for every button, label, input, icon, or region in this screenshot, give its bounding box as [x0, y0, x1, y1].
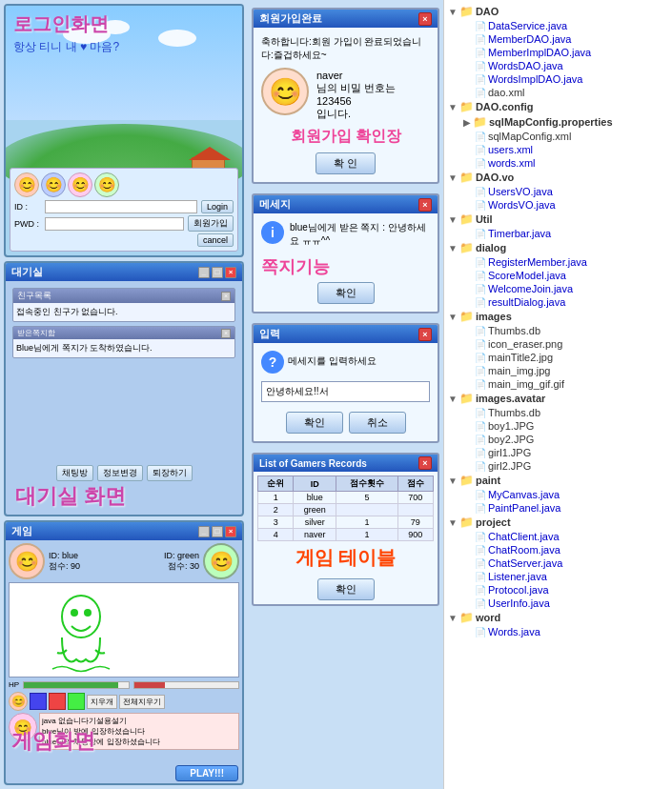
game-canvas[interactable]	[9, 582, 239, 678]
file-item: 📄ChatClient.java	[444, 530, 672, 543]
records-table: 순위 ID 점수횟수 점수 1blue57002green3silver1794…	[257, 475, 434, 541]
folder-item[interactable]: ▼📁images	[444, 309, 672, 324]
file-icon: 📄	[475, 48, 486, 58]
sub-close2[interactable]: ×	[221, 329, 231, 338]
folder-item[interactable]: ▼📁DAO.vo	[444, 170, 672, 185]
folder-arrow-icon[interactable]: ▼	[448, 214, 458, 225]
join-message1: 축하합니다:회원 가입이 완료되었습니다:즐겁하세요~	[261, 35, 430, 62]
g-minimize-btn[interactable]: _	[198, 526, 210, 537]
chat-message: java 없습니다기설용설기	[42, 716, 236, 726]
file-label: PaintPanel.java	[488, 502, 560, 514]
msg-content-area: i blue님에게 받은 쪽지 : 안녕하세요 ㅠㅠ^^ 쪽지기능 확인	[254, 213, 438, 312]
id-input[interactable]	[45, 200, 197, 213]
folder-item[interactable]: ▼📁project	[444, 515, 672, 530]
msg-close-btn[interactable]: ×	[418, 198, 432, 212]
minimize-btn[interactable]: _	[198, 267, 210, 278]
color-btn1[interactable]	[30, 693, 47, 710]
folder-arrow-icon[interactable]: ▼	[448, 394, 458, 404]
records-confirm-btn[interactable]: 확인	[317, 578, 375, 600]
records-title: List of Gamers Records	[259, 458, 367, 469]
file-item: 📄main_img.jpg	[444, 364, 672, 377]
pwd-input[interactable]	[45, 217, 184, 231]
file-icon: 📄	[475, 627, 486, 637]
join-confirm-btn[interactable]: 확 인	[316, 152, 376, 174]
file-item: 📄main_img_gif.gif	[444, 377, 672, 391]
folder-arrow-icon[interactable]: ▼	[448, 172, 458, 183]
login-subtitle: 항상 티니 내 ♥ 마음?	[13, 39, 119, 55]
msg-confirm-btn[interactable]: 확인	[317, 282, 375, 304]
register-button[interactable]: 회원가입	[188, 215, 234, 232]
file-icon: 📄	[475, 271, 486, 281]
g-maximize-btn[interactable]: □	[212, 526, 223, 537]
folder-arrow-icon[interactable]: ▼	[448, 312, 458, 322]
file-label: Timerbar.java	[488, 228, 551, 239]
folder-arrow-icon[interactable]: ▼	[448, 7, 458, 17]
eraser-btn[interactable]: 지우개	[87, 695, 117, 709]
folder-item[interactable]: ▼📁paint	[444, 473, 672, 488]
folder-arrow-icon[interactable]: ▼	[448, 613, 458, 623]
join-close-btn[interactable]: ×	[418, 12, 432, 26]
file-icon: 📄	[475, 490, 486, 500]
folder-icon: 📁	[473, 115, 487, 129]
input-close-btn[interactable]: ×	[418, 328, 432, 341]
folder-icon: 📁	[459, 611, 474, 624]
file-item: 📄Thumbs.db	[444, 324, 672, 337]
user2-avatar: 😊	[203, 543, 239, 579]
g-close-btn[interactable]: ×	[225, 526, 236, 537]
close-btn[interactable]: ×	[225, 267, 236, 278]
chatroom-btn[interactable]: 채팅방	[56, 465, 93, 481]
friends-content: 접속중인 친구가 없습니다.	[13, 303, 234, 321]
file-item: 📄sqlMapConfig.xml	[444, 130, 672, 143]
folder-item[interactable]: ▼📁DAO	[444, 4, 672, 19]
folder-item[interactable]: ▼📁word	[444, 610, 672, 625]
folder-arrow-icon[interactable]: ▼	[448, 517, 458, 528]
login-button[interactable]: Login	[201, 200, 234, 213]
info-btn[interactable]: 정보변경	[97, 465, 143, 481]
folder-item[interactable]: ▼📁dialog	[444, 240, 672, 255]
join-content: 축하합니다:회원 가입이 완료되었습니다:즐겁하세요~ 😊 naver 님의 비…	[254, 28, 438, 182]
file-icon: 📄	[475, 598, 486, 609]
color-btn3[interactable]	[68, 693, 85, 710]
color-btn2[interactable]	[49, 693, 66, 710]
msg-label: 받은쪽지함	[17, 328, 55, 338]
waiting-label: 대기실 화면	[15, 482, 126, 511]
file-icon: 📄	[475, 326, 486, 336]
file-label: boy2.JPG	[488, 434, 534, 445]
exit-btn[interactable]: 퇴장하기	[147, 465, 193, 481]
file-icon: 📄	[475, 353, 486, 363]
maximize-btn[interactable]: □	[212, 267, 223, 278]
file-item: 📄WordsImplDAO.java	[444, 72, 672, 86]
file-label: Thumbs.db	[488, 325, 540, 336]
sub-close[interactable]: ×	[221, 292, 231, 301]
pwd-label: PWD :	[14, 219, 41, 229]
folder-label: images	[476, 311, 512, 322]
input-cancel-btn[interactable]: 취소	[349, 412, 406, 434]
folder-arrow-icon[interactable]: ▶	[463, 117, 471, 128]
folder-label: images.avatar	[476, 393, 545, 404]
file-icon: 📄	[475, 572, 486, 582]
file-icon: 📄	[475, 339, 486, 350]
folder-item[interactable]: ▼📁DAO.config	[444, 99, 672, 114]
folder-item[interactable]: ▶📁sqlMapConfig.properties	[444, 114, 672, 130]
folder-arrow-icon[interactable]: ▼	[448, 475, 458, 486]
right-panel: ▼📁DAO📄DataService.java📄MemberDAO.java📄Me…	[443, 0, 672, 789]
folder-icon: 📁	[459, 100, 474, 113]
user2-id: ID: green	[164, 551, 199, 560]
input-confirm-btn[interactable]: 확인	[286, 412, 343, 434]
clear-btn[interactable]: 전체지우기	[119, 695, 165, 709]
folder-arrow-icon[interactable]: ▼	[448, 102, 458, 112]
file-icon: 📄	[475, 461, 486, 472]
records-close-btn[interactable]: ×	[418, 456, 432, 470]
folder-item[interactable]: ▼📁Util	[444, 212, 672, 227]
folder-icon: 📁	[459, 516, 474, 529]
folder-arrow-icon[interactable]: ▼	[448, 243, 458, 253]
folder-item[interactable]: ▼📁images.avatar	[444, 391, 672, 406]
play-btn[interactable]: PLAY!!!	[175, 765, 238, 781]
input-field[interactable]	[261, 381, 430, 402]
game-screen: 게임 _ □ × 😊 ID: blue 점수: 90 ID: green 점수:…	[4, 520, 244, 785]
file-label: users.xml	[488, 144, 533, 155]
cancel-button[interactable]: cancel	[197, 233, 234, 247]
input-title: 입력	[259, 327, 280, 341]
message-dialog: 메세지 × i blue님에게 받은 쪽지 : 안녕하세요 ㅠㅠ^^ 쪽지기능 …	[252, 193, 439, 314]
game-result-text: 게임 테이블	[257, 541, 434, 575]
